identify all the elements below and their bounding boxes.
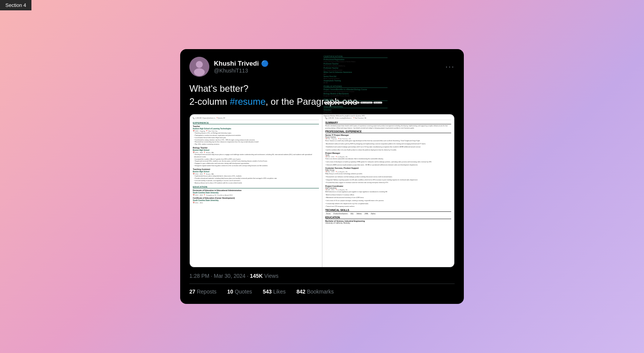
- time-text: 1:28 PM · Mar 30, 2024 ·: [189, 273, 250, 279]
- bookmarks-count: 842: [296, 289, 305, 295]
- reposts-count: 27: [189, 289, 196, 295]
- username: @KhushiT113: [214, 68, 269, 74]
- bookmarks-label: Bookmarks: [307, 289, 334, 295]
- reposts-label: Reposts: [197, 289, 216, 295]
- avatar: [189, 57, 209, 77]
- reposts-stat[interactable]: 27 Reposts: [189, 289, 217, 295]
- display-name-text: Khushi Trivedi: [214, 60, 259, 68]
- verified-icon: 🔵: [261, 60, 269, 67]
- tweet-header-left: Khushi Trivedi 🔵 @KhushiT113: [189, 57, 269, 77]
- svg-point-1: [196, 61, 203, 68]
- resume-left-contact: 📞 +1-000-000 ✉ jason@extheme.cx 📍 Queens…: [193, 117, 319, 120]
- resume-left: 📞 +1-000-000 ✉ jason@extheme.cx 📍 Queens…: [190, 114, 322, 267]
- svg-point-2: [194, 68, 205, 76]
- views-label: Views: [263, 273, 278, 279]
- tweet-text-part2: 2-column: [189, 96, 230, 107]
- quotes-stat[interactable]: 10 Quotes: [227, 289, 252, 295]
- likes-count: 543: [263, 289, 271, 295]
- display-name: Khushi Trivedi 🔵: [214, 60, 269, 68]
- quotes-count: 10: [227, 289, 233, 295]
- tweet-hashtag[interactable]: #resume: [230, 96, 265, 107]
- section-badge: Section 4: [0, 0, 31, 10]
- likes-stat[interactable]: 543 Likes: [263, 289, 286, 295]
- views-count: 145K: [250, 273, 263, 279]
- likes-label: Likes: [273, 289, 286, 295]
- resume-right: 📞 +1-000-000 ✉ alex.murphy@bethance.c 📍 …: [322, 114, 455, 267]
- avatar-image: [189, 57, 209, 77]
- tweet-stats: 27 Reposts 10 Quotes 543 Likes 842 Bookm…: [189, 289, 455, 295]
- tweet-card: Khushi Trivedi 🔵 @KhushiT113 ··· What's …: [180, 49, 464, 304]
- resume-preview: 📞 +1-000-000 ✉ jason@extheme.cx 📍 Queens…: [189, 114, 455, 267]
- experience-title: EXPERIENCE: [193, 122, 319, 124]
- quotes-label: Quotes: [235, 289, 252, 295]
- more-options-button[interactable]: ···: [445, 62, 455, 72]
- main-container: Khushi Trivedi 🔵 @KhushiT113 ··· What's …: [0, 0, 644, 353]
- bookmarks-stat[interactable]: 842 Bookmarks: [296, 289, 334, 295]
- user-info: Khushi Trivedi 🔵 @KhushiT113: [214, 60, 269, 74]
- tweet-time: 1:28 PM · Mar 30, 2024 · 145K Views: [189, 273, 455, 284]
